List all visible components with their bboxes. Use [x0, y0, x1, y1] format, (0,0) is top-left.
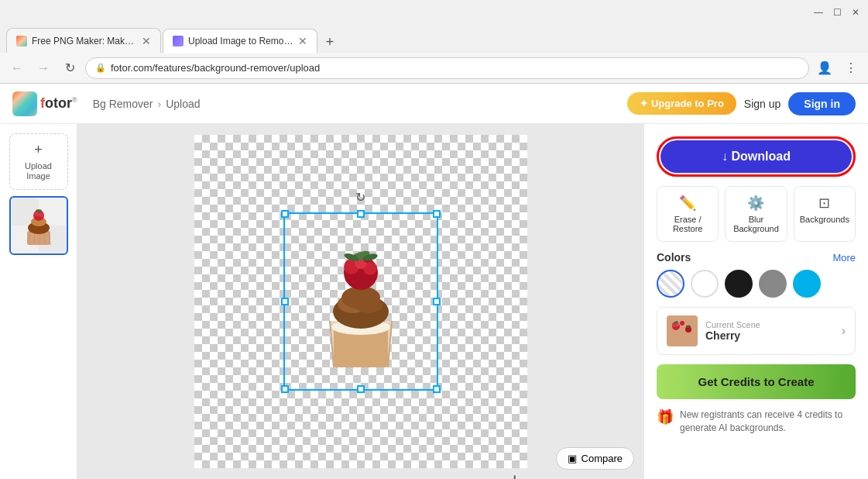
swatch-gray[interactable] — [759, 270, 787, 298]
account-button[interactable]: 👤 — [814, 57, 835, 79]
tabs-bar: Free PNG Maker: Make Transpar... ✕ Uploa… — [0, 25, 868, 53]
app-header: fotor® Bg Remover › Upload ✦ Upgrade to … — [0, 84, 868, 124]
erase-label: Erase /Restore — [673, 215, 703, 233]
svg-point-37 — [676, 323, 679, 326]
backgrounds-icon: ⊡ — [818, 195, 830, 212]
cupcake-image[interactable]: ↻ — [283, 212, 438, 391]
svg-point-14 — [36, 209, 42, 212]
scene-thumb-svg — [667, 315, 698, 346]
close-button[interactable]: ✕ — [849, 6, 862, 19]
minimize-button[interactable]: — — [812, 6, 825, 19]
download-button-wrapper: ↓ Download — [657, 136, 856, 177]
menu-button[interactable]: ⋮ — [840, 57, 862, 79]
browser-chrome: — ☐ ✕ Free PNG Maker: Make Transpar... ✕… — [0, 0, 868, 84]
gift-icon: 🎁 — [657, 408, 674, 426]
upload-image-button[interactable]: + UploadImage — [9, 133, 68, 190]
url-bar[interactable]: 🔒 fotor.com/features/background-remover/… — [85, 57, 809, 79]
tool-buttons: ✏️ Erase /Restore ⚙️ BlurBackground ⊡ Ba… — [657, 186, 856, 242]
scene-arrow-icon: › — [842, 324, 846, 338]
image-thumbnail[interactable] — [9, 196, 68, 255]
swatch-black[interactable] — [725, 270, 753, 298]
erase-restore-button[interactable]: ✏️ Erase /Restore — [657, 186, 719, 242]
get-credits-button[interactable]: Get Credits to Create — [657, 364, 856, 399]
scene-info: Current Scene Cherry — [705, 320, 834, 342]
backgrounds-label: Backgrounds — [800, 215, 849, 224]
swatch-white[interactable] — [691, 270, 719, 298]
breadcrumb-separator: › — [157, 98, 161, 110]
left-sidebar: + UploadImage — [0, 124, 77, 479]
tab-favicon-1 — [16, 36, 27, 47]
logo-sup: ® — [72, 96, 77, 104]
backgrounds-button[interactable]: ⊡ Backgrounds — [794, 186, 856, 242]
tab-close-2[interactable]: ✕ — [298, 35, 307, 47]
new-tab-button[interactable]: + — [319, 31, 341, 53]
blur-background-button[interactable]: ⚙️ BlurBackground — [725, 186, 787, 242]
swatch-transparent[interactable] — [657, 270, 684, 298]
compare-label: Compare — [582, 453, 623, 464]
back-button[interactable]: ← — [6, 57, 28, 79]
handle-bottom-right[interactable] — [433, 385, 441, 393]
title-bar-controls: — ☐ ✕ — [812, 6, 862, 19]
blur-label: BlurBackground — [733, 215, 779, 233]
rotate-handle[interactable]: ↻ — [353, 189, 369, 205]
handle-top-middle[interactable] — [357, 210, 365, 218]
svg-rect-34 — [667, 315, 698, 346]
scene-name: Cherry — [705, 329, 834, 342]
credits-info: 🎁 New registrants can receive 4 credits … — [657, 408, 856, 435]
logo-text: fotor® — [40, 95, 77, 112]
colors-section: Colors More — [657, 251, 856, 298]
tab-label-1: Free PNG Maker: Make Transpar... — [32, 36, 137, 47]
svg-point-13 — [39, 212, 43, 217]
upgrade-button[interactable]: ✦ Upgrade to Pro — [627, 92, 736, 115]
colors-header: Colors More — [657, 251, 856, 264]
checker-background: ↻ — [194, 135, 527, 468]
title-bar: — ☐ ✕ — [0, 0, 868, 25]
svg-point-41 — [686, 326, 691, 328]
signup-button[interactable]: Sign up — [744, 98, 781, 110]
upload-label: UploadImage — [25, 161, 52, 181]
tab-favicon-2 — [173, 36, 184, 47]
selection-box — [283, 212, 438, 391]
download-button[interactable]: ↓ Download — [660, 140, 852, 173]
colors-title: Colors — [657, 251, 691, 264]
move-handle[interactable]: ✛ — [509, 473, 520, 479]
handle-bottom-left[interactable] — [281, 385, 289, 393]
tab-1[interactable]: Free PNG Maker: Make Transpar... ✕ — [6, 28, 161, 53]
forward-button[interactable]: → — [33, 57, 54, 79]
maximize-button[interactable]: ☐ — [831, 6, 843, 19]
blur-icon: ⚙️ — [747, 195, 764, 212]
erase-icon: ✏️ — [679, 195, 696, 212]
app: fotor® Bg Remover › Upload ✦ Upgrade to … — [0, 84, 868, 479]
reload-button[interactable]: ↻ — [59, 57, 81, 79]
colors-more-button[interactable]: More — [832, 252, 856, 264]
lock-icon: 🔒 — [95, 63, 106, 73]
scene-thumbnail — [667, 315, 698, 346]
logo-icon — [12, 91, 37, 116]
handle-top-left[interactable] — [281, 210, 289, 218]
handle-right-middle[interactable] — [433, 298, 441, 305]
credits-text: New registrants can receive 4 credits to… — [680, 408, 856, 435]
thumbnail-svg — [12, 198, 66, 253]
tab-label-2: Upload Image to Remove Backg... — [188, 36, 293, 47]
handle-bottom-middle[interactable] — [357, 385, 365, 393]
scene-label: Current Scene — [705, 320, 834, 329]
color-swatches — [657, 270, 856, 298]
canvas-area: ↻ — [77, 124, 643, 479]
svg-point-39 — [680, 321, 684, 326]
tab-close-1[interactable]: ✕ — [142, 35, 151, 47]
main-content: + UploadImage — [0, 124, 868, 479]
handle-left-middle[interactable] — [281, 298, 289, 305]
compare-icon: ▣ — [568, 453, 577, 464]
swatch-cyan[interactable] — [793, 270, 821, 298]
right-panel: ↓ Download ✏️ Erase /Restore ⚙️ BlurBack… — [643, 124, 868, 479]
breadcrumb: Bg Remover › Upload — [93, 98, 201, 110]
signin-button[interactable]: Sign in — [788, 92, 856, 115]
handle-top-right[interactable] — [433, 210, 441, 218]
current-scene[interactable]: Current Scene Cherry › — [657, 307, 856, 355]
url-text: fotor.com/features/background-remover/up… — [111, 62, 799, 74]
upload-plus-icon: + — [34, 142, 43, 158]
compare-button[interactable]: ▣ Compare — [556, 447, 634, 470]
tab-2[interactable]: Upload Image to Remove Backg... ✕ — [163, 29, 317, 53]
breadcrumb-bg-remover: Bg Remover — [93, 98, 153, 110]
fotor-logo: fotor® — [12, 91, 77, 116]
